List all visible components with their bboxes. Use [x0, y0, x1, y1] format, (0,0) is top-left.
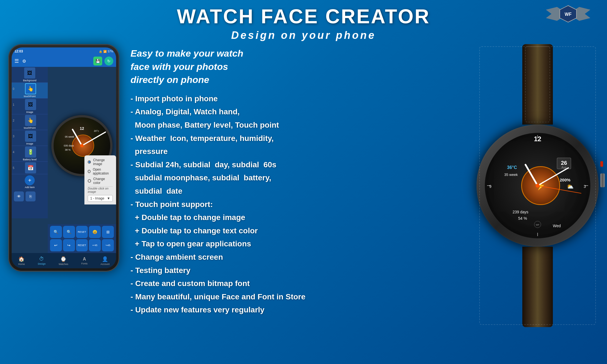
add-item-area: + Add item [12, 174, 48, 190]
layer-label: Battery level [13, 158, 47, 161]
watch-days: 035 days [64, 144, 74, 147]
face-icon-button[interactable]: 😀 [89, 226, 101, 238]
layer-number: 4 [13, 151, 14, 154]
nav-label-account: Account [101, 263, 110, 266]
layers-panel: 🖼 ✕ Background 0 👆 ✕ [12, 67, 48, 218]
grid-button[interactable]: ⊞ [102, 226, 114, 238]
layer-thumbnail: 🖼 [25, 131, 36, 142]
copy-button[interactable]: ⎘ [26, 191, 36, 201]
nav-item-design[interactable]: ⏱ Design [38, 256, 46, 265]
touch-popup: Change image Open application Change col… [84, 155, 116, 204]
app-header: ☰ ⚙ 💾 ↻ [12, 55, 116, 67]
feature-7: - Testing battery [131, 264, 465, 277]
list-item[interactable]: 2 👆 ✕ touchPoint [12, 114, 48, 130]
layer-number: 1 [13, 103, 14, 106]
lock-icon: 🔒 [99, 50, 102, 53]
intro-line2: face with your photos [131, 60, 465, 74]
watch-center-dot [80, 144, 84, 147]
layer-number: 0 [13, 87, 14, 90]
layer-thumbnail: 📅 [25, 162, 36, 173]
intro-line3: directly on phone [131, 73, 465, 87]
status-time: 12:03 [14, 49, 23, 53]
fonts-icon: A [83, 257, 86, 262]
feature-4: - Subdial 24h, subdial day, subdial 60s [131, 158, 465, 171]
watch-with-band: 12 3 9 26 Aug 36°C 35 week [476, 44, 599, 327]
change-color-option[interactable]: Change color [88, 177, 113, 185]
layer-number: 2 [13, 119, 14, 122]
watch-button-red [600, 161, 603, 167]
watch-week: 05 week [65, 135, 74, 138]
popup-divider: Double click on image [88, 186, 113, 193]
radio-change-color[interactable] [88, 179, 91, 183]
open-application-label: Open application [93, 168, 113, 175]
header: WATCH FACE CREATOR Design on your phone [0, 0, 607, 41]
right-watch-section: 12 3 9 26 Aug 36°C 35 week [476, 44, 599, 327]
feature-3b: pressure [131, 145, 465, 158]
nav-label-home: Home [18, 263, 25, 266]
nav-item-fonts[interactable]: A Fonts [81, 257, 88, 265]
app-header-right: 💾 ↻ [93, 57, 113, 65]
radio-open-app[interactable] [88, 170, 91, 173]
account-icon: 👤 [102, 256, 108, 262]
controls-panel: 🔍 🔍 RESET 😀 ⊞ ↩ ↪ RESET [48, 224, 116, 253]
list-item[interactable]: 4 🔋 ✕ Battery level [12, 146, 48, 162]
intro-text: Easy to make your watch face with your p… [131, 47, 465, 87]
redo-button[interactable]: ↪ [63, 239, 75, 251]
feature-4b: subdial moonphase, subdial battery, [131, 171, 465, 184]
intro-line1: Easy to make your watch [131, 47, 465, 60]
refresh-button[interactable]: ↻ [104, 57, 113, 65]
save-button[interactable]: 💾 [93, 57, 102, 65]
change-image-option[interactable]: Change image [88, 158, 113, 166]
redo-45-button[interactable]: ↪45 [102, 239, 114, 251]
reset-button-1[interactable]: RESET [76, 226, 88, 238]
feature-6: - Change ambient screen [131, 251, 465, 264]
image-dropdown[interactable]: 1 - Image ▼ [88, 195, 113, 202]
list-item[interactable]: 5 📅 ✕ [12, 162, 48, 174]
feature-8: - Create and custom bitmap font [131, 277, 465, 290]
layer-thumbnail: 🖼 [25, 99, 36, 110]
list-item[interactable]: 0 👆 ✕ touchPoint [12, 83, 48, 98]
feature-10: - Update new features very regularly [131, 303, 465, 317]
change-color-label: Change color [93, 177, 113, 185]
app-subtitle: Design on your phone [0, 29, 607, 41]
list-item[interactable]: 🖼 ✕ Background [12, 67, 48, 83]
undo-button[interactable]: ↩ [50, 239, 62, 251]
zoom-in-button[interactable]: 🔍 [50, 226, 62, 238]
feature-5c: + Tap to open gear applications [131, 237, 465, 251]
feature-4c: subdial date [131, 184, 465, 198]
features-list: - Import photo in phone - Analog, Digita… [131, 92, 465, 317]
open-application-option[interactable]: Open application [88, 168, 113, 175]
reset-button-2[interactable]: RESET [76, 239, 88, 251]
list-item[interactable]: 1 🖼 ✕ Image [12, 98, 48, 114]
radio-change-image[interactable] [88, 160, 91, 164]
main-layout: 12:03 🔒 📶 57% ☰ ⚙ 💾 ↻ [0, 41, 607, 358]
content-area: Easy to make your watch face with your p… [125, 44, 471, 319]
layer-thumbnail: 🖼 [24, 67, 35, 79]
menu-icon[interactable]: ☰ [14, 58, 19, 64]
layer-label: touchPoint [13, 95, 47, 98]
controls-row-1: 🔍 🔍 RESET 😀 ⊞ [50, 226, 114, 238]
list-item[interactable]: 3 🖼 ✕ Image [12, 130, 48, 146]
phone-screen: 12:03 🔒 📶 57% ☰ ⚙ 💾 ↻ [12, 47, 116, 268]
feature-5: - Touch point support: [131, 198, 465, 211]
layer-label: Background [13, 79, 47, 82]
wifi-icon: 📶 [103, 50, 107, 53]
add-item-label: Add item [25, 186, 35, 189]
feature-9: - Many beautiful, unique Face and Font i… [131, 290, 465, 304]
phone-outer: 12:03 🔒 📶 57% ☰ ⚙ 💾 ↻ [8, 44, 119, 272]
view-copy-buttons: 👁 ⎘ [12, 190, 48, 203]
add-item-button[interactable]: + [25, 175, 35, 185]
layer-label: Image [13, 142, 47, 145]
nav-label-fonts: Fonts [81, 262, 88, 265]
feature-5a: + Double tap to change image [131, 211, 465, 224]
settings-icon[interactable]: ⚙ [22, 59, 26, 64]
watch-hour-12: 12 [80, 126, 84, 131]
zoom-out-button[interactable]: 🔍 [63, 226, 75, 238]
feature-2: - Analog, Digital, Watch hand, [131, 105, 465, 118]
eye-button[interactable]: 👁 [14, 191, 24, 201]
undo-45-button[interactable]: ↩45 [89, 239, 101, 251]
nav-item-account[interactable]: 👤 Account [101, 256, 110, 266]
nav-label-design: Design [38, 262, 46, 265]
nav-item-home[interactable]: 🏠 Home [18, 256, 25, 266]
nav-item-watches[interactable]: ⌚ Watches [59, 256, 68, 266]
